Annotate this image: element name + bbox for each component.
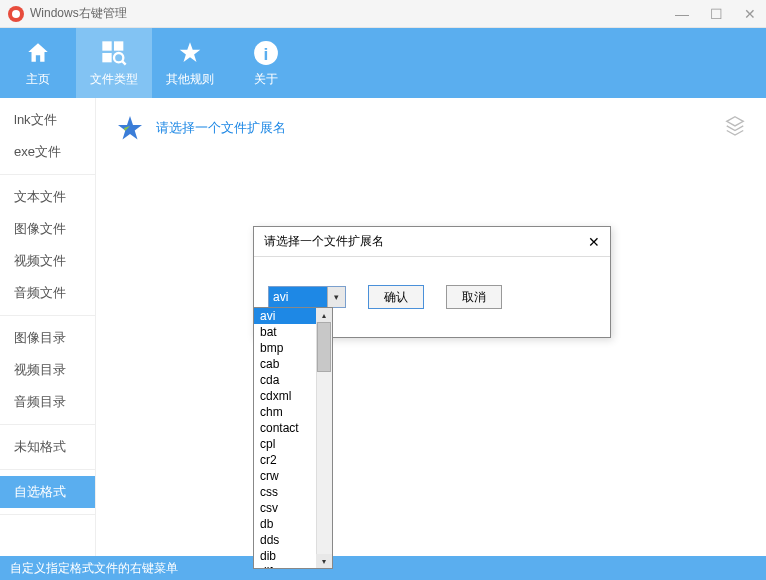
sidebar-item[interactable]: 音频目录 (0, 386, 95, 418)
statusbar: 自定义指定格式文件的右键菜单 (0, 556, 766, 580)
window-title: Windows右键管理 (30, 5, 674, 22)
sidebar: lnk文件exe文件文本文件图像文件视频文件音频文件图像目录视频目录音频目录未知… (0, 98, 96, 556)
sidebar-item[interactable]: 未知格式 (0, 431, 95, 463)
sidebar-item[interactable]: 视频文件 (0, 245, 95, 277)
star-icon (176, 39, 204, 67)
cancel-button[interactable]: 取消 (446, 285, 502, 309)
svg-line-4 (122, 61, 126, 65)
dialog-title: 请选择一个文件扩展名 (264, 233, 588, 250)
scroll-up-icon[interactable]: ▴ (316, 308, 332, 322)
tab-other[interactable]: 其他规则 (152, 28, 228, 98)
extension-combobox[interactable]: avi ▾ (268, 286, 346, 308)
svg-rect-0 (102, 41, 111, 50)
scroll-down-icon[interactable]: ▾ (316, 554, 332, 568)
app-icon (8, 6, 24, 22)
minimize-button[interactable]: — (674, 6, 690, 22)
dropdown-scrollbar[interactable]: ▴ ▾ (316, 308, 332, 568)
grid-search-icon (100, 39, 128, 67)
titlebar: Windows右键管理 — ☐ ✕ (0, 0, 766, 28)
sidebar-item[interactable]: 视频目录 (0, 354, 95, 386)
toolbar: 主页 文件类型 其他规则 i 关于 (0, 28, 766, 98)
sidebar-item[interactable]: exe文件 (0, 136, 95, 168)
svg-text:i: i (264, 43, 269, 63)
dialog-close-button[interactable]: ✕ (588, 234, 600, 250)
ok-button[interactable]: 确认 (368, 285, 424, 309)
svg-rect-1 (114, 41, 123, 50)
sidebar-item[interactable]: 图像目录 (0, 322, 95, 354)
sidebar-item[interactable]: lnk文件 (0, 104, 95, 136)
svg-rect-2 (102, 53, 111, 62)
info-icon: i (252, 39, 280, 67)
prompt-star-icon (114, 112, 146, 144)
svg-point-3 (114, 53, 123, 62)
combobox-value: avi (269, 287, 327, 307)
prompt-text: 请选择一个文件扩展名 (156, 119, 286, 137)
sidebar-item[interactable]: 音频文件 (0, 277, 95, 309)
home-icon (24, 39, 52, 67)
maximize-button[interactable]: ☐ (708, 6, 724, 22)
scroll-thumb[interactable] (317, 322, 331, 372)
tab-filetype[interactable]: 文件类型 (76, 28, 152, 98)
tab-home[interactable]: 主页 (0, 28, 76, 98)
extension-dropdown: avibatbmpcabcdacdxmlchmcontactcplcr2crwc… (253, 307, 333, 569)
status-text: 自定义指定格式文件的右键菜单 (10, 560, 178, 577)
layers-icon[interactable] (724, 114, 746, 140)
sidebar-item[interactable]: 图像文件 (0, 213, 95, 245)
tab-about[interactable]: i 关于 (228, 28, 304, 98)
sidebar-item[interactable]: 自选格式 (0, 476, 95, 508)
chevron-down-icon[interactable]: ▾ (327, 287, 345, 307)
close-button[interactable]: ✕ (742, 6, 758, 22)
sidebar-item[interactable]: 文本文件 (0, 181, 95, 213)
